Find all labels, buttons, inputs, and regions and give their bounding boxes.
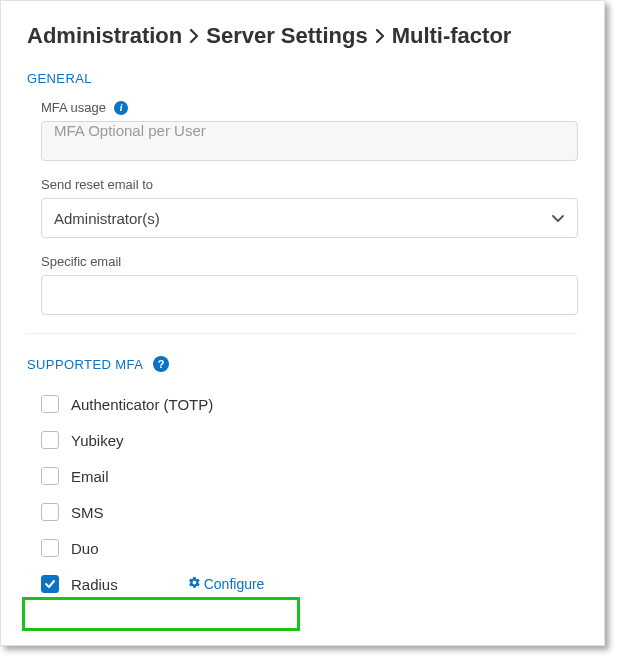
checkbox[interactable] — [41, 575, 59, 593]
configure-label: Configure — [204, 576, 265, 592]
option-label: Authenticator (TOTP) — [71, 396, 213, 413]
label-text: Specific email — [41, 254, 121, 269]
settings-panel: Administration Server Settings Multi-fac… — [0, 0, 605, 646]
section-title-label: SUPPORTED MFA — [27, 357, 143, 372]
mfa-option-sms[interactable]: SMS — [37, 494, 578, 530]
checkbox[interactable] — [41, 503, 59, 521]
section-title-general: GENERAL — [27, 71, 578, 86]
field-label: MFA usage i — [41, 100, 578, 115]
checkbox[interactable] — [41, 395, 59, 413]
chevron-right-icon — [188, 29, 200, 43]
option-label: Yubikey — [71, 432, 124, 449]
supported-mfa-list: Authenticator (TOTP) Yubikey Email SMS D — [37, 386, 578, 602]
label-text: Send reset email to — [41, 177, 153, 192]
mfa-option-duo[interactable]: Duo — [37, 530, 578, 566]
checkbox[interactable] — [41, 467, 59, 485]
mfa-option-yubikey[interactable]: Yubikey — [37, 422, 578, 458]
option-label: SMS — [71, 504, 104, 521]
checkbox[interactable] — [41, 431, 59, 449]
breadcrumb: Administration Server Settings Multi-fac… — [27, 23, 578, 49]
breadcrumb-item-administration[interactable]: Administration — [27, 23, 182, 49]
option-label: Email — [71, 468, 109, 485]
breadcrumb-item-multi-factor: Multi-factor — [392, 23, 512, 49]
option-label: Radius — [71, 576, 118, 593]
select-value: Administrator(s) — [54, 210, 160, 227]
section-title-label: GENERAL — [27, 71, 92, 86]
section-title-supported: SUPPORTED MFA ? — [27, 356, 578, 372]
specific-email-input[interactable] — [41, 275, 578, 315]
field-label: Specific email — [41, 254, 578, 269]
info-icon[interactable]: i — [114, 101, 128, 115]
input-value: MFA Optional per User — [54, 122, 206, 139]
breadcrumb-item-server-settings[interactable]: Server Settings — [206, 23, 367, 49]
field-mfa-usage: MFA usage i MFA Optional per User — [41, 100, 578, 161]
mfa-usage-input[interactable]: MFA Optional per User — [41, 121, 578, 161]
field-send-reset: Send reset email to Administrator(s) — [41, 177, 578, 238]
chevron-down-icon — [551, 210, 565, 227]
highlight-annotation — [22, 597, 300, 631]
mfa-option-radius[interactable]: Radius Configure — [37, 566, 578, 602]
option-label: Duo — [71, 540, 99, 557]
field-label: Send reset email to — [41, 177, 578, 192]
checkbox[interactable] — [41, 539, 59, 557]
configure-link[interactable]: Configure — [188, 576, 265, 592]
gear-icon — [188, 576, 201, 592]
chevron-right-icon — [374, 29, 386, 43]
mfa-option-authenticator[interactable]: Authenticator (TOTP) — [37, 386, 578, 422]
field-specific-email: Specific email — [41, 254, 578, 315]
mfa-option-email[interactable]: Email — [37, 458, 578, 494]
help-icon[interactable]: ? — [153, 356, 169, 372]
send-reset-select[interactable]: Administrator(s) — [41, 198, 578, 238]
divider — [27, 333, 578, 334]
label-text: MFA usage — [41, 100, 106, 115]
